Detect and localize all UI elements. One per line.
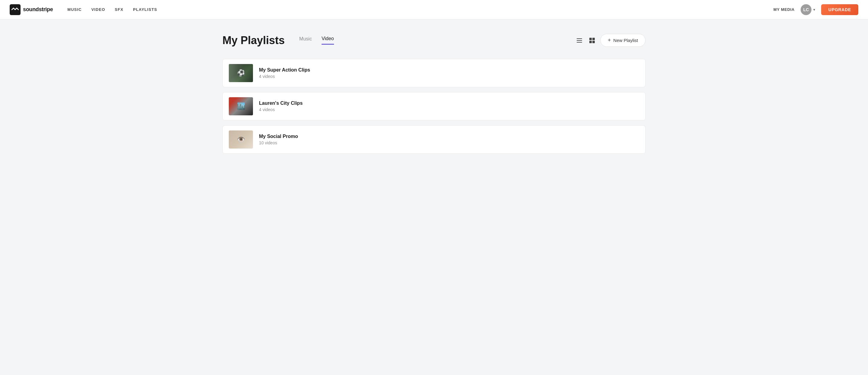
grid-view-button[interactable] [588, 36, 597, 45]
nav-playlists[interactable]: PLAYLISTS [133, 7, 157, 12]
playlist-name-1: My Super Action Clips [259, 67, 639, 73]
tab-video[interactable]: Video [321, 36, 334, 45]
playlist-info-1: My Super Action Clips 4 videos [259, 67, 639, 79]
page-title: My Playlists [222, 34, 285, 47]
list-view-icon [576, 37, 583, 44]
view-controls: + New Playlist [575, 34, 646, 47]
playlist-thumbnail-1 [229, 64, 253, 82]
tab-group: Music Video [299, 36, 334, 45]
svg-rect-1 [577, 38, 582, 39]
svg-rect-2 [577, 40, 582, 41]
nav-links: MUSIC VIDEO SFX PLAYLISTS [67, 7, 773, 12]
navbar: soundstripe MUSIC VIDEO SFX PLAYLISTS MY… [0, 0, 868, 19]
svg-rect-3 [577, 42, 582, 42]
upgrade-button[interactable]: UPGRADE [821, 4, 858, 15]
playlist-card-1[interactable]: My Super Action Clips 4 videos [222, 59, 646, 87]
avatar-wrapper[interactable]: LC ▾ [801, 4, 815, 15]
chevron-down-icon: ▾ [813, 7, 815, 12]
svg-rect-7 [592, 41, 595, 43]
playlist-count-1: 4 videos [259, 74, 639, 79]
playlist-info-3: My Social Promo 10 videos [259, 134, 639, 145]
my-media-label[interactable]: MY MEDIA [773, 7, 795, 12]
playlist-thumbnail-3 [229, 130, 253, 148]
plus-icon: + [608, 37, 611, 43]
nav-right: MY MEDIA LC ▾ UPGRADE [773, 4, 858, 15]
playlist-thumbnail-2 [229, 97, 253, 115]
new-playlist-label: New Playlist [613, 38, 638, 43]
avatar: LC [801, 4, 811, 15]
playlist-info-2: Lauren's City Clips 4 videos [259, 101, 639, 112]
playlist-card-3[interactable]: My Social Promo 10 videos [222, 125, 646, 154]
nav-music[interactable]: MUSIC [67, 7, 82, 12]
playlist-count-3: 10 videos [259, 140, 639, 145]
nav-sfx[interactable]: SFX [115, 7, 123, 12]
playlist-card-2[interactable]: Lauren's City Clips 4 videos [222, 92, 646, 121]
new-playlist-button[interactable]: + New Playlist [600, 34, 646, 47]
svg-rect-4 [589, 38, 592, 40]
list-view-button[interactable] [575, 36, 584, 45]
logo[interactable]: soundstripe [10, 4, 53, 15]
playlist-count-2: 4 videos [259, 107, 639, 112]
main-content: My Playlists Music Video [210, 19, 658, 168]
tab-music[interactable]: Music [299, 36, 312, 45]
playlist-list: My Super Action Clips 4 videos Lauren's … [222, 59, 646, 154]
svg-rect-6 [589, 41, 592, 43]
playlist-name-2: Lauren's City Clips [259, 101, 639, 106]
playlist-name-3: My Social Promo [259, 134, 639, 139]
page-header: My Playlists Music Video [222, 34, 646, 47]
grid-view-icon [589, 37, 595, 44]
svg-rect-5 [592, 38, 595, 40]
nav-video[interactable]: VIDEO [91, 7, 105, 12]
brand-name: soundstripe [23, 6, 53, 13]
